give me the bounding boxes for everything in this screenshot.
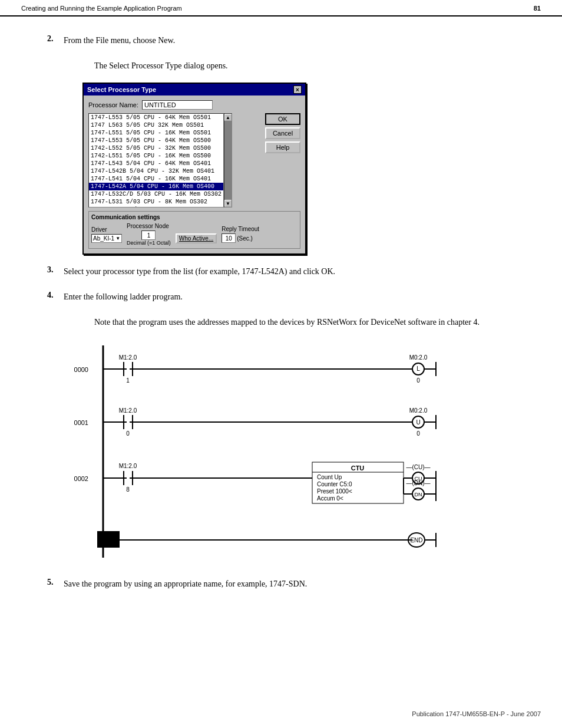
reply-timeout-group: 10 (Sec.) <box>222 233 259 243</box>
step-4-number: 4. <box>47 291 58 303</box>
step-4-note: Note that the program uses the addresses… <box>94 316 515 329</box>
list-item[interactable]: 1747-L532B 5/03 CPU - 16K Mem OS301 <box>89 206 223 207</box>
ctu-line3: Preset 1000< <box>317 488 352 495</box>
comm-settings-label: Communication settings <box>91 214 297 220</box>
who-active-button[interactable]: Who Active... <box>176 233 217 243</box>
rung-0001-num: 0001 <box>74 419 88 426</box>
scroll-up-btn[interactable]: ▲ <box>224 114 232 121</box>
ladder-svg: 0000 M1:2.0 1 L M0:2.0 0 <box>65 340 477 569</box>
processor-listbox[interactable]: 1747-L553 5/05 CPU - 64K Mem OS5011747 L… <box>88 113 224 207</box>
who-active-spacer <box>176 226 217 232</box>
help-button[interactable]: Help <box>265 141 300 153</box>
comm-decimal: Decimal (=1 Octal) <box>127 240 171 246</box>
dialog-title: Select Processor Type <box>87 86 156 93</box>
step-4-text: Enter the following ladder program. <box>64 291 183 303</box>
reply-timeout-input[interactable]: 10 <box>222 233 236 243</box>
list-item[interactable]: 1747-L532C/D 5/03 CPU - 16K Mem OS302 <box>89 190 223 198</box>
ctu-title: CTU <box>351 465 365 472</box>
comm-node-input[interactable]: 1 <box>141 230 156 240</box>
rung1-coil-inner: U <box>416 419 420 426</box>
cancel-button[interactable]: Cancel <box>265 127 300 139</box>
ctu-line2: Counter C5:0 <box>317 481 352 487</box>
reply-timeout-label: Reply Timeout <box>222 226 259 232</box>
dialog-buttons: OK Cancel Help <box>265 113 300 207</box>
processor-list-area: 1747-L553 5/05 CPU - 64K Mem OS5011747 L… <box>88 113 262 207</box>
processor-name-input[interactable]: UNTITLED <box>142 100 213 110</box>
rung1-contact-sub: 0 <box>126 430 130 437</box>
rung-0000-num: 0000 <box>74 366 88 373</box>
list-item[interactable]: 1747-L542B 5/04 CPU - 32K Mem OS401 <box>89 167 223 175</box>
dialog-close-button[interactable]: × <box>293 85 302 94</box>
comm-driver-col: Driver Ab_KI-1 ▼ <box>91 226 122 243</box>
comm-driver-select[interactable]: Ab_KI-1 ▼ <box>91 234 122 243</box>
list-item[interactable]: 1747-L543 5/04 CPU - 64K Mem OS401 <box>89 160 223 167</box>
step-5: 5. Save the program by using an appropri… <box>47 578 515 590</box>
rung0-coil-label: M0:2.0 <box>409 354 428 361</box>
step-5-text: Save the program by using an appropriate… <box>64 578 307 590</box>
ctu-line4: Accum 0< <box>317 495 343 502</box>
rung2-cu-label: —(CU)— <box>406 464 430 470</box>
list-item[interactable]: 1747-L553 5/05 CPU - 64K Mem OS500 <box>89 137 223 144</box>
rung0-coil-sub: 0 <box>416 377 420 384</box>
header-title: Creating and Running the Example Applica… <box>21 5 182 12</box>
driver-dropdown-arrow[interactable]: ▼ <box>115 236 120 241</box>
rung0-contact-label: M1:2.0 <box>119 354 137 361</box>
list-item[interactable]: 1747-L542A 5/04 CPU - 16K Mem OS400 <box>89 183 223 190</box>
page-header: Creating and Running the Example Applica… <box>0 0 562 17</box>
dialog-title-bar: Select Processor Type × <box>84 84 305 95</box>
list-item[interactable]: 1747-L551 5/05 CPU - 16K Mem OS501 <box>89 129 223 137</box>
step-3-number: 3. <box>47 265 58 278</box>
comm-node-col: Processor Node 1 Decimal (=1 Octal) <box>127 223 171 246</box>
step-2-subtext: The Select Processor Type dialog opens. <box>94 60 515 72</box>
scrollbar-track <box>224 121 232 200</box>
list-item[interactable]: 1747-L541 5/04 CPU - 16K Mem OS401 <box>89 175 223 183</box>
comm-node-group: 1 Decimal (=1 Octal) <box>127 230 171 246</box>
main-content: 2. From the File menu, choose New. The S… <box>0 17 562 627</box>
rung0-coil-inner: L <box>416 365 420 372</box>
rung2-dn-inner: DN <box>415 492 422 498</box>
rung2-contact-label: M1:2.0 <box>119 463 137 469</box>
comm-driver-value: Ab_KI-1 <box>93 235 114 242</box>
comm-driver-label: Driver <box>91 226 122 233</box>
select-processor-dialog: Select Processor Type × Processor Name: … <box>82 83 306 255</box>
dialog-main-row: 1747-L553 5/05 CPU - 64K Mem OS5011747 L… <box>88 113 300 207</box>
step-2-text: From the File menu, choose New. <box>64 34 175 47</box>
reply-timeout-unit: (Sec.) <box>237 235 253 242</box>
list-item[interactable]: 1747-L531 5/03 CPU - 8K Mem OS302 <box>89 198 223 206</box>
step-2: 2. From the File menu, choose New. <box>47 34 515 47</box>
rung2-contact-sub: 8 <box>126 486 130 493</box>
reply-timeout-col: Reply Timeout 10 (Sec.) <box>222 226 259 243</box>
ladder-diagram: 0000 M1:2.0 1 L M0:2.0 0 <box>65 340 515 572</box>
list-item[interactable]: 1747 L563 5/05 CPU 32K Mem OS501 <box>89 121 223 129</box>
who-active-col: Who Active... <box>176 226 217 243</box>
list-item[interactable]: 1742-L552 5/05 CPU - 32K Mem OS500 <box>89 144 223 152</box>
step-5-number: 5. <box>47 578 58 590</box>
rung1-contact-label: M1:2.0 <box>119 407 137 414</box>
svg-rect-39 <box>97 531 120 548</box>
header-page: 81 <box>534 5 541 12</box>
comm-settings: Communication settings Driver Ab_KI-1 ▼ … <box>88 211 300 249</box>
processor-list-container: 1747-L553 5/05 CPU - 64K Mem OS5011747 L… <box>88 113 262 207</box>
comm-node-label: Processor Node <box>127 223 171 229</box>
step-2-number: 2. <box>47 34 58 47</box>
step-3-text: Select your processor type from the list… <box>64 265 335 278</box>
processor-name-row: Processor Name: UNTITLED <box>88 100 300 110</box>
step-3: 3. Select your processor type from the l… <box>47 265 515 278</box>
ctu-line1: Count Up <box>317 474 342 480</box>
dialog-body: Processor Name: UNTITLED 1747-L553 5/05 … <box>84 95 305 253</box>
page-footer: Publication 1747-UM655B-EN-P - June 2007 <box>0 710 562 717</box>
ok-button[interactable]: OK <box>265 113 300 125</box>
scroll-down-btn[interactable]: ▼ <box>224 200 232 207</box>
rung1-coil-label: M0:2.0 <box>409 407 428 414</box>
list-scrollbar[interactable]: ▲ ▼ <box>224 113 232 207</box>
footer-text: Publication 1747-UM655B-EN-P - June 2007 <box>412 710 541 717</box>
list-item[interactable]: 1747-L553 5/05 CPU - 64K Mem OS501 <box>89 114 223 121</box>
comm-row: Driver Ab_KI-1 ▼ Processor Node 1 Decima… <box>91 223 297 246</box>
rung-0002-num: 0002 <box>74 475 88 482</box>
end-label: END <box>410 537 422 543</box>
dialog-area: Select Processor Type × Processor Name: … <box>82 83 515 255</box>
rung0-contact-sub: 1 <box>126 377 130 384</box>
processor-name-label: Processor Name: <box>88 101 138 108</box>
list-item[interactable]: 1742-L551 5/05 CPU - 16K Mem OS500 <box>89 152 223 160</box>
rung2-dn-label: —(DN)— <box>406 480 430 486</box>
